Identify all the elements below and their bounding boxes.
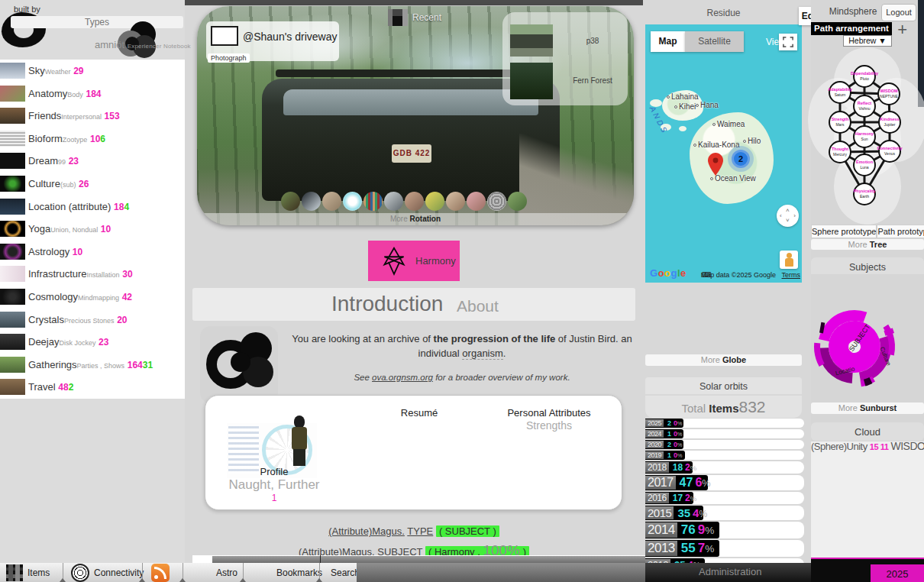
related-thumb-p38[interactable]	[510, 24, 553, 57]
satellite-type-button[interactable]: Satellite	[685, 31, 744, 52]
featured-photo-card[interactable]: GDB 422 Recent @Shaun's driveway Photogr…	[197, 6, 634, 225]
photo-title-card[interactable]: @Shaun's driveway Photograph	[206, 21, 339, 61]
organism-link[interactable]: organism	[462, 348, 502, 360]
personal-attributes-header[interactable]: Personal Attributes	[488, 407, 610, 419]
fullscreen-button[interactable]	[779, 34, 797, 50]
subjects-sunburst-chart[interactable]: SUBJECT Locatio Culture	[813, 302, 906, 396]
more-sunburst-bar[interactable]: More Sunburst	[811, 403, 924, 414]
type-row[interactable]: Astrology 10	[0, 241, 185, 264]
logout-button[interactable]: Logout	[881, 4, 916, 21]
more-rotation-bar[interactable]: More Rotation	[197, 213, 634, 225]
sephira-node[interactable]: ConnectivityVenus	[878, 140, 901, 163]
street-view-pegman[interactable]	[780, 251, 798, 269]
year-bar[interactable]: 2016 17 2%	[645, 492, 693, 504]
path-prototype-tab[interactable]: Path prototype	[877, 225, 924, 238]
year-bar[interactable]: 2020 2 0%	[645, 440, 683, 449]
avatar[interactable]	[322, 192, 341, 211]
type-row[interactable]: FriendsInterpersonal 153	[0, 105, 185, 128]
year-2025-badge[interactable]: 2025	[871, 564, 924, 582]
recent-chip[interactable]: Recent	[388, 9, 441, 26]
year-row[interactable]: 2017 47 6%	[645, 475, 804, 490]
map-terms-link[interactable]: Terms	[782, 271, 801, 279]
avatar[interactable]	[487, 192, 506, 211]
sephira-node[interactable]: DependabilityPluto	[853, 65, 876, 88]
sephira-node[interactable]: ReflectVishnu	[853, 95, 876, 118]
type-thumbnail[interactable]	[0, 221, 25, 237]
google-map[interactable]: ANDS LahainaKiheiHanaWaimeaKailua-KonaHi…	[645, 24, 802, 283]
year-bar[interactable]: 2024 1 0%	[645, 429, 683, 438]
sephira-node[interactable]: StrengthMars	[829, 111, 851, 134]
timeline-slider[interactable]	[192, 555, 645, 563]
year-bar[interactable]: 2018 18 2%	[645, 461, 693, 474]
google-logo[interactable]: Google	[650, 267, 687, 279]
type-link[interactable]: TYPE	[407, 525, 433, 537]
year-row[interactable]: 2013 55 7%	[645, 540, 804, 557]
sephira-node[interactable]: PhysicalityEarth	[853, 183, 876, 205]
year-bar[interactable]: 2025 2 0%	[645, 419, 683, 428]
avatar[interactable]	[363, 192, 383, 211]
more-tree-bar[interactable]: More Tree	[811, 239, 924, 250]
type-row[interactable]: BioformZootype 106	[0, 128, 185, 150]
type-row[interactable]: CosmologyMindmapping 42	[0, 286, 185, 309]
toolbar-astro[interactable]: Astro	[216, 563, 237, 582]
year-bar[interactable]: 2013 55 7%	[645, 540, 719, 557]
sephira-node[interactable]: AdaptabilitySaturn	[829, 81, 851, 104]
type-thumbnail[interactable]	[0, 176, 25, 192]
type-thumbnail[interactable]	[0, 153, 25, 169]
resume-column-header[interactable]: Resumé	[373, 407, 465, 419]
type-thumbnail[interactable]	[0, 312, 25, 328]
related-label[interactable]: Fern Forest	[561, 76, 625, 85]
attribute-magus-link[interactable]: (Attribute)Magus.	[328, 525, 405, 537]
organism-logo-icon[interactable]	[200, 326, 278, 403]
year-bar[interactable]: 2017 47 6%	[645, 475, 708, 490]
map-type-button[interactable]: Map	[651, 31, 685, 52]
sephira-node[interactable]: ThoughtMercury	[829, 141, 851, 163]
type-thumbnail[interactable]	[0, 131, 25, 147]
cloud-tag[interactable]: WISDOM 17	[891, 441, 924, 452]
type-thumbnail[interactable]	[0, 334, 25, 350]
avatar[interactable]	[467, 192, 486, 211]
type-thumbnail[interactable]	[0, 86, 25, 102]
toolbar-rss[interactable]	[151, 563, 170, 582]
sephira-node[interactable]: WISDOMNEPTUNE	[877, 82, 900, 105]
avatar[interactable]	[343, 192, 362, 211]
type-row[interactable]: AnatomyBody 184	[0, 82, 185, 105]
type-thumbnail[interactable]	[0, 266, 25, 282]
map-pin-icon[interactable]	[708, 153, 723, 176]
avatar[interactable]	[281, 192, 300, 211]
type-thumbnail[interactable]	[0, 244, 25, 260]
avatar[interactable]	[425, 192, 444, 211]
slider-track[interactable]	[212, 556, 645, 563]
type-thumbnail[interactable]	[0, 289, 25, 305]
year-bar[interactable]: 2014 76 9%	[645, 522, 719, 538]
map-pan-control[interactable]: ˄˅‹›	[777, 205, 799, 227]
sephira-node[interactable]: HarmonySun	[853, 125, 876, 148]
type-thumbnail[interactable]	[0, 379, 25, 395]
sphere-prototype-tab[interactable]: Sphere prototype	[811, 225, 877, 238]
type-row[interactable]: SkyWeather 29	[0, 60, 185, 82]
avatar[interactable]	[508, 192, 527, 211]
type-row[interactable]: DeejayDisk Jockey 23	[0, 331, 185, 354]
type-row[interactable]: GatheringsParties , Shows 16431	[0, 354, 185, 377]
toolbar-search[interactable]: Search	[331, 563, 360, 582]
type-row[interactable]: YogaUnion, Nondual 10	[0, 218, 185, 241]
avatar[interactable]	[405, 192, 424, 211]
avatar-figure[interactable]	[291, 415, 308, 466]
year-row[interactable]: 2025 2 0%	[645, 419, 804, 428]
avatar[interactable]	[384, 192, 403, 211]
cloud-tag[interactable]: (Sphere)Unity 15 11	[811, 441, 891, 452]
related-label[interactable]: p38	[561, 37, 625, 45]
map-cluster-marker[interactable]: 2	[732, 150, 750, 168]
year-row[interactable]: 2020 2 0%	[645, 440, 804, 449]
type-row[interactable]: Culture(sub) 26	[0, 173, 185, 196]
ova-orgnsm-link[interactable]: ova.orgnsm.org	[372, 373, 433, 382]
type-thumbnail[interactable]	[0, 199, 25, 215]
avatar[interactable]	[446, 192, 465, 211]
more-globe-bar[interactable]: More Globe	[645, 354, 802, 366]
type-row[interactable]: Dream99 23	[0, 150, 185, 173]
related-thumb-fern-forest[interactable]	[510, 63, 553, 99]
toolbar-connectivity[interactable]: Connectivity	[71, 563, 144, 582]
toolbar-items[interactable]: Items	[6, 563, 50, 582]
add-button[interactable]: +	[897, 20, 907, 40]
harmony-badge[interactable]: ✳ Harmony	[368, 241, 460, 281]
